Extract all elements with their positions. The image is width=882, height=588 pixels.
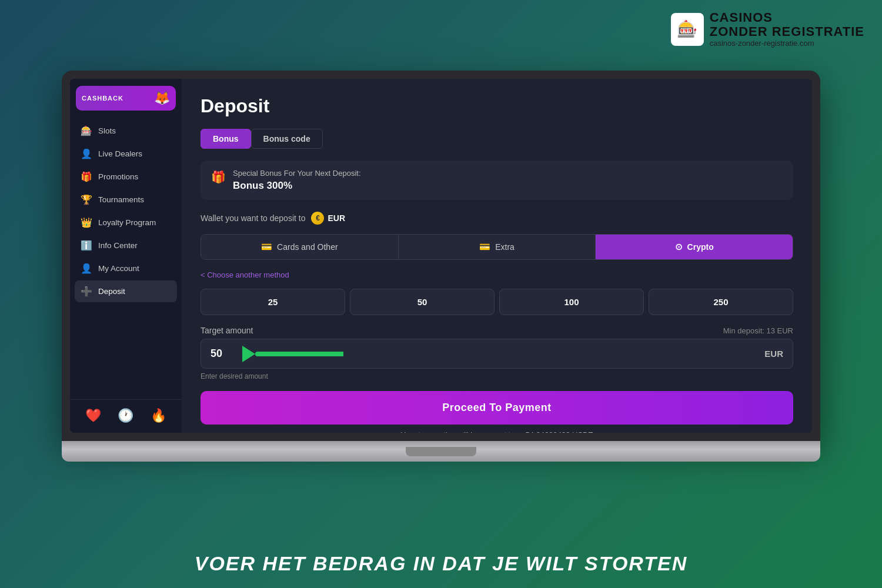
sidebar-item-label: Tournaments [98,195,144,204]
amount-currency: EUR [755,340,793,367]
target-row: Target amount Min deposit: 13 EUR [201,326,793,335]
sidebar-item-label: Loyalty Program [98,218,156,227]
sidebar-item-label: My Account [98,264,139,273]
amount-input-row: EUR [201,339,793,369]
sidebar-item-info[interactable]: ℹ️ Info Center [75,235,177,256]
wallet-row: Wallet you want to deposit to € EUR [201,212,793,225]
screen-bezel: CASHBACK 🦊 🎰 Slots 👤 Live Dealers 🎁 Prom… [62,71,820,441]
payment-method-cards[interactable]: 💳 Cards and Other [201,235,399,259]
sidebar-item-loyalty[interactable]: 👑 Loyalty Program [75,212,177,233]
footer-text: VOER HET BEDRAG IN DAT JE WILT STORTEN [0,552,882,575]
payment-method-extra[interactable]: 💳 Extra [399,235,596,259]
choose-method-link[interactable]: < Choose another method [201,270,793,279]
heart-icon[interactable]: ❤️ [83,406,103,426]
sidebar-item-promotions[interactable]: 🎁 Promotions [75,166,177,188]
account-icon: 👤 [81,263,92,274]
payment-method-crypto[interactable]: ⊙ Crypto [596,235,793,259]
deposit-icon: ➕ [81,286,92,297]
crypto-icon: ⊙ [675,242,683,252]
sidebar-item-label: Promotions [98,172,138,181]
cards-icon: 💳 [261,242,272,252]
laptop-notch [406,447,476,456]
arrow-line [255,352,343,356]
info-icon: ℹ️ [81,240,92,251]
conversion-prefix: Your transaction will be convert to [401,430,515,433]
laptop-frame: CASHBACK 🦊 🎰 Slots 👤 Live Dealers 🎁 Prom… [62,71,820,482]
branding-url: casinos-zonder-registratie.com [710,39,864,48]
tournaments-icon: 🏆 [81,194,92,205]
cashback-banner[interactable]: CASHBACK 🦊 [76,86,176,111]
sidebar-item-deposit[interactable]: ➕ Deposit [75,280,177,302]
green-arrow [242,346,343,362]
enter-hint: Enter desired amount [201,372,793,380]
amount-btn-25[interactable]: 25 [201,289,345,315]
sidebar-bottom-icons: ❤️ 🕐 🔥 [70,399,182,426]
amount-buttons: 25 50 100 250 [201,289,793,315]
branding: 🎰 CASINOS ZONDER REGISTRATIE casinos-zon… [671,11,864,48]
conversion-text: Your transaction will be convert to ≈54.… [201,430,793,433]
sidebar-item-label: Deposit [98,287,125,296]
slots-icon: 🎰 [81,125,92,136]
amount-btn-250[interactable]: 250 [649,289,793,315]
page-title: Deposit [201,95,793,117]
target-label: Target amount [201,326,253,335]
branding-logo: 🎰 [671,13,704,46]
conversion-value: ≈54.64628493 USDT [521,430,593,433]
laptop-screen: CASHBACK 🦊 🎰 Slots 👤 Live Dealers 🎁 Prom… [70,79,812,433]
sidebar-nav: 🎰 Slots 👤 Live Dealers 🎁 Promotions 🏆 To… [70,120,182,395]
wallet-label: Wallet you want to deposit to [201,213,305,223]
bonus-subtitle: Special Bonus For Your Next Deposit: [233,169,361,178]
branding-title: CASINOS ZONDER REGISTRATIE [710,11,864,39]
cashback-mascot: 🦊 [154,91,170,106]
main-content: Deposit Bonus Bonus code 🎁 Special Bonus… [182,79,812,433]
crypto-label: Crypto [687,242,714,252]
bonus-amount: Bonus 300% [233,180,361,192]
currency-icon: € [311,212,324,225]
extra-label: Extra [495,242,514,252]
min-deposit: Min deposit: 13 EUR [723,326,793,335]
currency-label: EUR [328,213,345,223]
extra-icon: 💳 [479,242,490,252]
payment-methods: 💳 Cards and Other 💳 Extra ⊙ Crypto [201,234,793,260]
arrow-head [242,346,255,362]
laptop-base [62,441,820,462]
sidebar-item-live-dealers[interactable]: 👤 Live Dealers [75,143,177,165]
sidebar-item-slots[interactable]: 🎰 Slots [75,120,177,142]
sidebar-item-tournaments[interactable]: 🏆 Tournaments [75,189,177,211]
bonus-icon: 🎁 [211,170,226,184]
sidebar: CASHBACK 🦊 🎰 Slots 👤 Live Dealers 🎁 Prom… [70,79,182,433]
sidebar-item-account[interactable]: 👤 My Account [75,258,177,279]
promotions-icon: 🎁 [81,171,92,182]
loyalty-icon: 👑 [81,217,92,228]
wallet-currency: € EUR [311,212,345,225]
branding-text: CASINOS ZONDER REGISTRATIE casinos-zonde… [710,11,864,48]
clock-icon[interactable]: 🕐 [115,406,136,426]
amount-btn-100[interactable]: 100 [499,289,644,315]
tabs: Bonus Bonus code [201,129,793,149]
amount-btn-50[interactable]: 50 [350,289,495,315]
tab-bonus-code[interactable]: Bonus code [251,129,323,149]
sidebar-item-label: Info Center [98,241,138,250]
cards-label: Cards and Other [277,242,338,252]
proceed-to-payment-button[interactable]: Proceed To Payment [201,391,793,425]
cashback-label: CASHBACK [82,95,123,102]
sidebar-item-label: Live Dealers [98,149,142,158]
fire-icon[interactable]: 🔥 [148,406,169,426]
tab-bonus[interactable]: Bonus [201,129,251,149]
sidebar-item-label: Slots [98,126,116,135]
live-dealers-icon: 👤 [81,148,92,159]
bonus-banner: 🎁 Special Bonus For Your Next Deposit: B… [201,161,793,200]
